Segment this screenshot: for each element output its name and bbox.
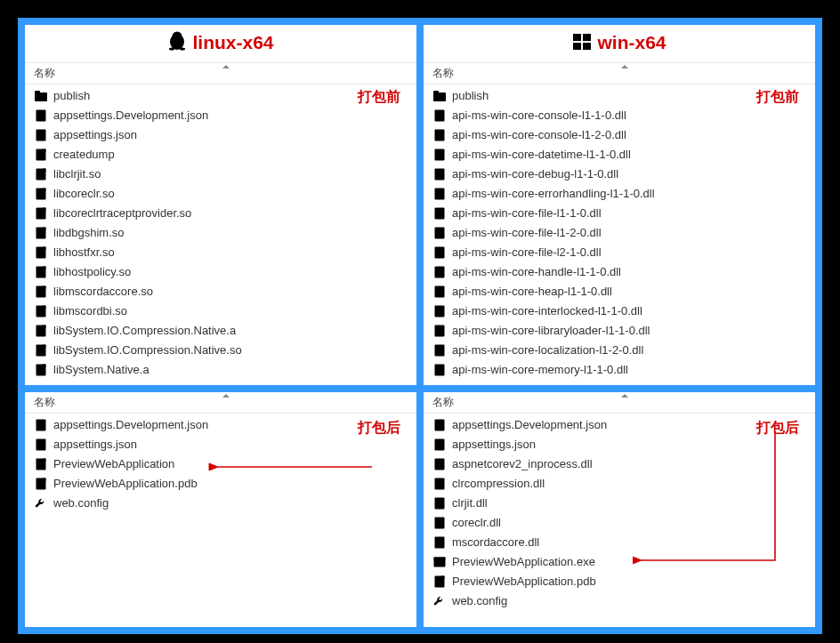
file-icon <box>34 187 48 201</box>
title-linux-text: linux-x64 <box>192 32 273 52</box>
file-icon <box>34 206 48 221</box>
list-wrap: 打包后 appsettings.Development.jsonappsetti… <box>25 414 416 627</box>
file-row[interactable]: api-ms-win-core-libraryloader-l1-1-0.dll <box>424 321 815 341</box>
file-name: libhostfxr.so <box>53 245 115 261</box>
badge-before: 打包前 <box>756 88 799 107</box>
gear-icon <box>432 128 447 142</box>
file-icon <box>34 285 48 299</box>
file-row[interactable]: api-ms-win-core-console-l1-1-0.dll <box>424 106 815 125</box>
file-row[interactable]: api-ms-win-core-heap-l1-1-0.dll <box>424 282 815 301</box>
file-name: libcoreclrtraceptprovider.so <box>53 205 191 221</box>
file-row[interactable]: api-ms-win-core-datetime-l1-1-0.dll <box>424 145 815 165</box>
file-name: api-ms-win-core-datetime-l1-1-0.dll <box>452 147 631 163</box>
gear-icon <box>432 245 447 260</box>
gear-icon <box>432 285 447 299</box>
file-icon <box>34 477 48 491</box>
file-name: PreviewWebApplication.exe <box>452 554 595 570</box>
file-row[interactable]: createdump <box>25 145 416 165</box>
column-header-name[interactable]: 名称 <box>25 392 416 414</box>
column-header-name[interactable]: 名称 <box>25 62 416 84</box>
file-name: appsettings.Development.json <box>53 108 208 124</box>
title-win-text: win-x64 <box>597 32 666 52</box>
list-wrap: 打包后 appsettings.Development.jsonappsetti… <box>424 414 815 627</box>
gear-icon <box>432 304 447 318</box>
file-name: api-ms-win-core-localization-l1-2-0.dll <box>452 342 643 358</box>
file-row[interactable]: PreviewWebApplication.pdb <box>25 474 416 494</box>
file-row[interactable]: api-ms-win-core-errorhandling-l1-1-0.dll <box>424 184 815 204</box>
list-wrap: 打包前 publishapi-ms-win-core-console-l1-1-… <box>424 84 815 385</box>
file-row[interactable]: libSystem.IO.Compression.Native.so <box>25 341 416 360</box>
file-row[interactable]: api-ms-win-core-memory-l1-1-0.dll <box>424 360 815 380</box>
gear-icon <box>432 477 447 491</box>
file-name: libhostpolicy.so <box>53 264 131 280</box>
file-row[interactable]: libclrjit.so <box>25 165 416 184</box>
file-name: api-ms-win-core-console-l1-2-0.dll <box>452 127 626 143</box>
file-name: api-ms-win-core-errorhandling-l1-1-0.dll <box>452 186 655 202</box>
badge-before: 打包前 <box>358 88 400 107</box>
file-name: PreviewWebApplication.pdb <box>53 476 198 492</box>
panel-linux-after: 名称 打包后 appsettings.Development.jsonappse… <box>25 392 416 627</box>
gear-icon <box>432 167 447 181</box>
file-row[interactable]: api-ms-win-core-handle-l1-1-0.dll <box>424 262 815 282</box>
file-name: api-ms-win-core-interlocked-l1-1-0.dll <box>452 303 642 319</box>
file-row[interactable]: libhostpolicy.so <box>25 262 416 282</box>
file-name: PreviewWebApplication.pdb <box>452 574 596 590</box>
file-name: libSystem.IO.Compression.Native.a <box>53 323 236 339</box>
gear-icon <box>432 109 447 123</box>
file-icon <box>34 265 48 279</box>
gear-icon <box>432 343 447 358</box>
file-name: api-ms-win-core-debug-l1-1-0.dll <box>452 166 618 182</box>
file-name: appsettings.json <box>53 437 137 453</box>
file-row[interactable]: api-ms-win-core-localization-l1-2-0.dll <box>424 341 815 360</box>
list-wrap: 打包前 publishappsettings.Development.jsona… <box>25 84 416 385</box>
file-row[interactable]: api-ms-win-core-file-l2-1-0.dll <box>424 243 815 262</box>
file-row[interactable]: appsettings.json <box>25 125 416 145</box>
file-row[interactable]: libcoreclrtraceptprovider.so <box>25 204 416 223</box>
file-name: aspnetcorev2_inprocess.dll <box>452 456 593 472</box>
file-row[interactable]: web.config <box>424 591 815 611</box>
gear-icon <box>432 535 447 550</box>
file-name: appsettings.Development.json <box>452 417 607 433</box>
file-name: coreclr.dll <box>452 515 501 531</box>
json-icon <box>34 109 48 123</box>
linux-icon <box>167 30 187 57</box>
file-name: web.config <box>53 495 109 511</box>
gear-icon <box>432 516 447 530</box>
file-icon <box>34 245 48 260</box>
column-header-name[interactable]: 名称 <box>424 392 815 414</box>
file-name: libmscordaccore.so <box>53 284 153 300</box>
gear-icon <box>432 324 447 338</box>
panel-win-before: win-x64 名称 打包前 publishapi-ms-win-core-co… <box>424 25 815 385</box>
gear-icon <box>432 148 447 162</box>
file-row[interactable]: api-ms-win-core-file-l1-1-0.dll <box>424 204 815 223</box>
file-name: api-ms-win-core-file-l1-2-0.dll <box>452 225 602 241</box>
title-win: win-x64 <box>424 25 815 62</box>
file-row[interactable]: web.config <box>25 494 416 513</box>
file-row[interactable]: libdbgshim.so <box>25 223 416 243</box>
file-icon <box>34 324 48 338</box>
file-row[interactable]: api-ms-win-core-file-l1-2-0.dll <box>424 223 815 243</box>
file-row[interactable]: appsettings.Development.json <box>25 106 416 125</box>
json-icon <box>432 438 447 452</box>
file-row[interactable]: appsettings.json <box>25 435 416 454</box>
file-row[interactable]: libSystem.Native.a <box>25 360 416 380</box>
file-name: libcoreclr.so <box>53 186 115 202</box>
file-row[interactable]: libSystem.IO.Compression.Native.a <box>25 321 416 341</box>
arrow-to-executable <box>633 422 784 565</box>
file-row[interactable]: libmscordbi.so <box>25 301 416 321</box>
file-row[interactable]: api-ms-win-core-console-l1-2-0.dll <box>424 125 815 145</box>
panel-linux-before: linux-x64 名称 打包前 publishappsettings.Deve… <box>25 25 416 385</box>
file-row[interactable]: PreviewWebApplication.pdb <box>424 572 815 591</box>
file-name: createdump <box>53 147 115 163</box>
json-icon <box>34 438 48 452</box>
file-name: libdbgshim.so <box>53 225 125 241</box>
file-row[interactable]: api-ms-win-core-interlocked-l1-1-0.dll <box>424 301 815 321</box>
file-row[interactable]: libcoreclr.so <box>25 184 416 204</box>
arrow-to-executable <box>207 458 376 476</box>
file-row[interactable]: libmscordaccore.so <box>25 282 416 301</box>
column-header-name[interactable]: 名称 <box>424 62 815 84</box>
title-linux: linux-x64 <box>25 25 416 62</box>
file-icon <box>34 343 48 358</box>
file-row[interactable]: api-ms-win-core-debug-l1-1-0.dll <box>424 165 815 184</box>
file-row[interactable]: libhostfxr.so <box>25 243 416 262</box>
